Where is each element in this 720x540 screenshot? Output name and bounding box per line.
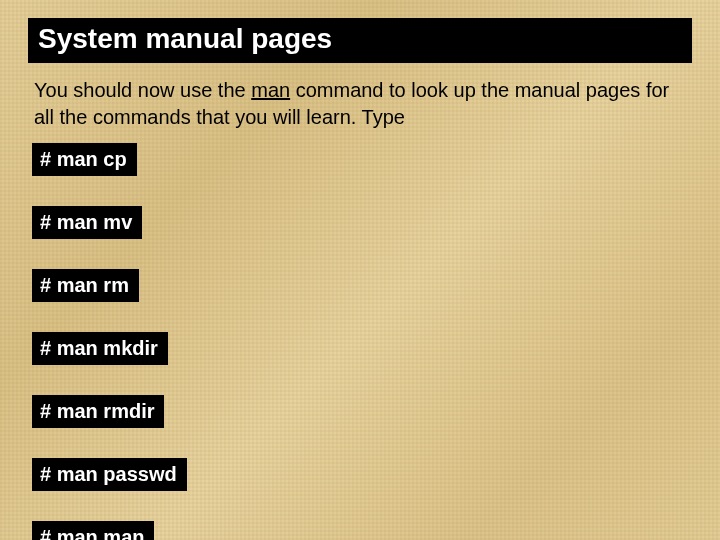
command-list: # man cp # man mv # man rm # man mkdir #… <box>28 137 692 540</box>
command-man-passwd: # man passwd <box>32 458 187 491</box>
command-man-man: # man man <box>32 521 154 540</box>
slide-title: System manual pages <box>28 18 692 63</box>
man-keyword: man <box>251 79 290 101</box>
command-man-rm: # man rm <box>32 269 139 302</box>
intro-text-pre: You should now use the <box>34 79 251 101</box>
intro-paragraph: You should now use the man command to lo… <box>34 77 686 131</box>
command-man-cp: # man cp <box>32 143 137 176</box>
command-man-mv: # man mv <box>32 206 142 239</box>
command-man-rmdir: # man rmdir <box>32 395 164 428</box>
command-man-mkdir: # man mkdir <box>32 332 168 365</box>
